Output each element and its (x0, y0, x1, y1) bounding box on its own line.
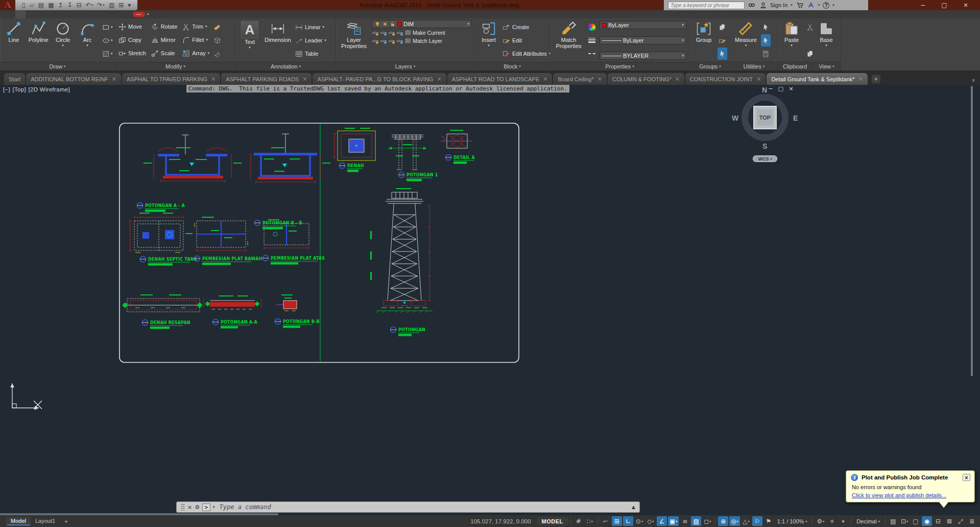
base-view-button[interactable]: Base▾ (816, 20, 837, 49)
new-layout-button[interactable]: + (62, 518, 70, 524)
panel-label-utilities[interactable]: Utilities▾ (731, 62, 777, 71)
new-file-icon[interactable]: ▯ (20, 2, 27, 9)
layer-isolate-icon[interactable] (380, 29, 387, 36)
array-button[interactable]: Array▾ (182, 50, 209, 57)
annotation-scale-button[interactable]: 1:1 / 100%▾ (775, 518, 810, 524)
drawing-sheet[interactable]: POTONGAN A - A POTONGAN B - B DENAH POTO… (119, 123, 519, 363)
viewport-visual-style-control[interactable]: [2D Wireframe] (28, 86, 70, 93)
save-icon[interactable]: ▤ (37, 2, 45, 9)
close-icon[interactable]: × (756, 76, 761, 82)
graphics-performance-icon[interactable]: ◉ (922, 516, 932, 526)
panel-label-draw[interactable]: Draw▾ (0, 62, 115, 71)
match-layer-button[interactable]: Match Layer (413, 38, 442, 44)
gizmo-icon[interactable]: △▾ (741, 516, 751, 526)
ellipse-button[interactable]: ▾ (101, 34, 114, 47)
ribbon-tab-addins[interactable] (87, 10, 97, 18)
notification-close-button[interactable]: × (963, 474, 970, 481)
dynamic-ucs-icon[interactable]: ⊕ (718, 516, 728, 526)
model-tab[interactable]: Model (6, 517, 31, 525)
edit-attributes-button[interactable]: Edit Attributes▾ (503, 48, 551, 60)
offset-button[interactable] (212, 48, 222, 60)
app-store-cart-icon[interactable] (796, 1, 804, 9)
close-icon[interactable]: × (211, 76, 216, 82)
layer-freeze-icon[interactable] (388, 29, 395, 36)
undo-icon[interactable]: ↶▾ (84, 2, 95, 9)
ribbon-tab-annotate[interactable] (36, 10, 46, 18)
close-icon[interactable]: × (543, 76, 547, 82)
match-layer-icon[interactable] (404, 37, 412, 44)
linetype-dropdown[interactable]: ByLayer▾ (600, 36, 686, 44)
lock-ui-icon[interactable]: ⊡▾ (899, 516, 910, 526)
rectangle-button[interactable]: ▾ (101, 21, 114, 33)
new-drawing-tab-button[interactable]: + (872, 75, 880, 83)
paste-button[interactable]: Paste▾ (781, 20, 802, 49)
search-input[interactable] (668, 2, 745, 9)
ribbon-tab-view[interactable] (56, 10, 66, 18)
polyline-button[interactable]: Polyline (28, 20, 49, 44)
file-tab[interactable]: ASPHALT PARKING ROADS× (221, 73, 312, 85)
ribbon-red-pill-badge[interactable]: ••• (133, 12, 145, 17)
panel-label-annotation[interactable]: Annotation▾ (236, 62, 336, 71)
crosshair-toggle-icon[interactable]: + (827, 516, 837, 526)
make-current-button[interactable]: Make Current (413, 30, 445, 36)
layer-unlock2-icon[interactable] (396, 37, 403, 44)
ribbon-tab-featured-apps[interactable] (107, 10, 117, 18)
panel-label-groups[interactable]: Groups▾ (690, 62, 730, 71)
layer-thaw2-icon[interactable] (388, 37, 395, 44)
viewport-minimize-control[interactable]: [−] (3, 86, 10, 93)
compass-east[interactable]: E (793, 114, 798, 122)
create-block-button[interactable]: Create (503, 21, 551, 33)
fillet-button[interactable]: Fillet▾ (182, 36, 209, 44)
object-snap-icon[interactable]: ▣▾ (668, 516, 679, 526)
panel-label-layers[interactable]: Layers▾ (336, 62, 474, 71)
panel-label-modify[interactable]: Modify▾ (115, 62, 235, 71)
minimize-button[interactable]: − (912, 0, 934, 10)
erase-button[interactable] (212, 21, 222, 33)
layer-properties-button[interactable]: Layer Properties (339, 20, 369, 50)
close-button[interactable]: × (955, 0, 976, 10)
annotation-monitor-icon[interactable]: ⌖ (838, 516, 848, 526)
scale-button[interactable]: Scale (151, 50, 177, 57)
batch-plot-icon[interactable]: ⊞ (117, 2, 125, 9)
select-objects-button[interactable] (761, 34, 771, 47)
close-icon[interactable]: × (675, 76, 680, 82)
ribbon-tab-parametric[interactable] (46, 10, 56, 18)
ribbon-tab-output[interactable] (77, 10, 87, 18)
panel-label-properties[interactable]: Properties▾ (550, 62, 689, 71)
command-recent-caret-icon[interactable]: ▾ (213, 505, 215, 509)
layer-unisolate-icon[interactable] (380, 37, 387, 44)
ungroup-button[interactable] (718, 21, 727, 33)
customization-icon[interactable]: ≣ (967, 516, 977, 526)
match-properties-button[interactable]: Match Properties (553, 20, 584, 50)
panel-label-clipboard[interactable]: Clipboard (778, 62, 812, 71)
close-icon[interactable]: × (112, 76, 116, 82)
ribbon-tab-manage[interactable] (66, 10, 77, 18)
file-tabs-overflow-icon[interactable]: » (971, 79, 977, 81)
panel-label-block[interactable]: Block▾ (475, 62, 549, 71)
measure-button[interactable]: Measure▾ (734, 20, 758, 49)
close-icon[interactable]: × (302, 76, 307, 82)
qat-customize-icon[interactable]: ▾ (126, 2, 132, 9)
file-tab[interactable]: ADDITIONAL BOTTOM REINF× (26, 73, 121, 85)
help-caret-icon[interactable]: ▾ (832, 3, 834, 7)
upload-icon[interactable]: ↥ (57, 2, 65, 9)
save-as-icon[interactable]: ▦ (46, 2, 55, 9)
lineweight-icon[interactable]: ≡ (680, 516, 690, 526)
clean-screen-icon[interactable]: ⤢ (955, 516, 966, 526)
autocad-logo-icon[interactable]: A (0, 0, 15, 10)
plot-icon[interactable]: ⊟ (933, 516, 943, 526)
file-tab[interactable]: ASPHALT- PAVED PA...G TO BLOCK PAVING× (313, 73, 446, 85)
close-icon[interactable]: × (597, 76, 602, 82)
notification-details-link[interactable]: Click to view plot and publish details..… (852, 492, 970, 498)
compass-north[interactable]: N (762, 86, 767, 94)
sign-in-caret-icon[interactable]: ▾ (791, 3, 793, 7)
file-tab[interactable]: ASPHAL TO TPAVED PARKING× (122, 73, 220, 85)
insert-block-button[interactable]: Insert▾ (478, 20, 499, 49)
file-tab[interactable]: CONSTRUCTION JOINT× (685, 73, 766, 85)
group-button[interactable]: Group (693, 20, 714, 44)
ribbon-badge-caret-icon[interactable]: ▾ (147, 12, 149, 16)
ribbon-tab-collaborate[interactable] (97, 10, 107, 18)
model-space-viewport[interactable]: [−] [Top] [2D Wireframe] − ▢ × N E S W T… (0, 85, 980, 515)
stretch-button[interactable]: Stretch (118, 50, 146, 57)
print-icon[interactable]: ⊟ (75, 2, 83, 9)
